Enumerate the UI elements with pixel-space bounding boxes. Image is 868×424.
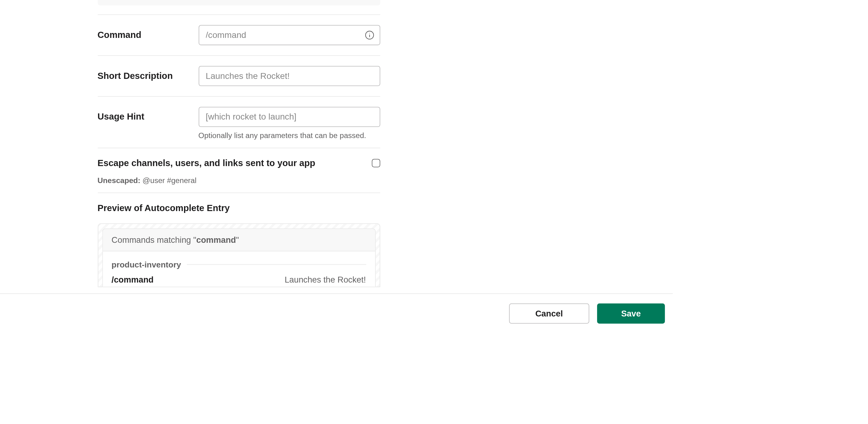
- unescaped-value: @user #general: [143, 176, 196, 185]
- command-input[interactable]: [198, 25, 380, 45]
- preview-card: Commands matching "command" product-inve…: [102, 228, 375, 287]
- preview-matching-prefix: Commands matching ": [112, 235, 196, 244]
- socket-mode-banner: Socket Mode is enabled. You won't need t…: [97, 0, 380, 5]
- preview-entry: /command Launches the Rocket!: [112, 275, 366, 285]
- save-button[interactable]: Save: [597, 303, 665, 323]
- usage-hint-row: Usage Hint Optionally list any parameter…: [97, 96, 380, 148]
- modal-footer: Cancel Save: [0, 293, 673, 332]
- preview-matching-term: command: [196, 235, 236, 244]
- usage-hint-input[interactable]: [198, 107, 380, 127]
- unescaped-example: Unescaped: @user #general: [97, 176, 380, 185]
- cancel-button[interactable]: Cancel: [509, 303, 589, 323]
- modal-body: Socket Mode is enabled. You won't need t…: [97, 0, 380, 287]
- preview-section: Preview of Autocomplete Entry Commands m…: [97, 193, 380, 287]
- short-description-row: Short Description: [97, 55, 380, 96]
- preview-command-text: /command: [112, 275, 154, 285]
- usage-hint-label: Usage Hint: [97, 112, 198, 122]
- preview-app-name: product-inventory: [112, 260, 181, 269]
- usage-hint-help: Optionally list any parameters that can …: [198, 131, 380, 139]
- escape-label: Escape channels, users, and links sent t…: [97, 158, 315, 168]
- short-description-input[interactable]: [198, 66, 380, 86]
- preview-app-divider: product-inventory: [112, 260, 366, 269]
- preview-matching-suffix: ": [236, 235, 239, 244]
- divider-line: [187, 264, 366, 265]
- preview-container: Commands matching "command" product-inve…: [97, 223, 380, 287]
- escape-section: Escape channels, users, and links sent t…: [97, 148, 380, 192]
- preview-description-text: Launches the Rocket!: [284, 275, 366, 285]
- unescaped-prefix: Unescaped:: [97, 176, 140, 185]
- escape-checkbox[interactable]: [371, 159, 380, 167]
- command-label: Command: [97, 30, 198, 40]
- preview-title: Preview of Autocomplete Entry: [97, 203, 380, 213]
- preview-card-header: Commands matching "command": [103, 229, 375, 252]
- command-row: Command: [97, 14, 380, 55]
- svg-point-3: [369, 33, 370, 33]
- short-description-label: Short Description: [97, 71, 198, 81]
- info-icon[interactable]: [364, 30, 374, 40]
